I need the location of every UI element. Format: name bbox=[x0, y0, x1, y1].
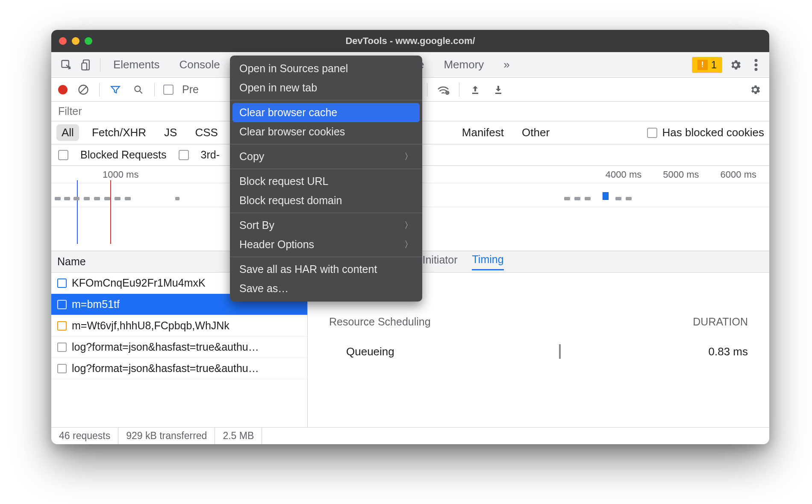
tick-3: 6000 ms bbox=[721, 169, 756, 180]
resource-scheduling-label: Resource Scheduling bbox=[329, 316, 431, 328]
blocked-requests-label: Blocked Requests bbox=[80, 149, 167, 161]
record-button[interactable] bbox=[58, 85, 68, 94]
window-title: DevTools - www.google.com/ bbox=[51, 35, 769, 47]
kebab-menu-icon[interactable] bbox=[749, 58, 763, 72]
divider bbox=[100, 58, 100, 72]
tick-1: 4000 ms bbox=[606, 169, 641, 180]
titlebar: DevTools - www.google.com/ bbox=[51, 30, 769, 52]
ctx-save-all-har[interactable]: Save all as HAR with content bbox=[230, 260, 422, 279]
ctx-clear-browser-cookies[interactable]: Clear browser cookies bbox=[230, 122, 422, 141]
load-marker bbox=[110, 180, 111, 244]
tick-0: 1000 ms bbox=[103, 169, 138, 180]
ctx-save-as[interactable]: Save as… bbox=[230, 279, 422, 298]
file-icon bbox=[57, 300, 67, 309]
status-bar: 46 requests 929 kB transferred 2.5 MB bbox=[51, 427, 769, 444]
request-row[interactable]: log?format=json&hasfast=true&authu… bbox=[51, 337, 307, 358]
third-party-label-fragment: 3rd- bbox=[201, 149, 220, 161]
network-settings-gear-icon[interactable] bbox=[748, 82, 762, 97]
svg-point-5 bbox=[755, 68, 758, 71]
timeline-current-marker bbox=[603, 192, 609, 200]
queueing-bar bbox=[559, 344, 561, 359]
network-conditions-icon[interactable] bbox=[436, 82, 450, 97]
svg-rect-9 bbox=[472, 93, 478, 94]
preserve-log-label: Pre bbox=[182, 83, 199, 96]
ctx-clear-browser-cache[interactable]: Clear browser cache bbox=[232, 103, 420, 122]
divider bbox=[427, 83, 427, 97]
ctx-header-options-label: Header Options bbox=[239, 238, 314, 251]
request-name: KFOmCnqEu92Fr1Mu4mxK bbox=[72, 277, 206, 289]
filter-funnel-icon[interactable] bbox=[108, 82, 123, 97]
type-manifest[interactable]: Manifest bbox=[457, 124, 509, 141]
type-all[interactable]: All bbox=[56, 124, 79, 141]
file-icon bbox=[57, 321, 67, 331]
download-har-icon[interactable] bbox=[491, 82, 506, 97]
tab-console[interactable]: Console bbox=[172, 53, 227, 76]
request-name: log?format=json&hasfast=true&authu… bbox=[72, 362, 259, 375]
type-js[interactable]: JS bbox=[159, 124, 182, 141]
blocked-requests-checkbox[interactable] bbox=[58, 150, 68, 160]
inspect-icon[interactable] bbox=[59, 58, 74, 72]
divider bbox=[154, 83, 155, 97]
has-blocked-cookies-label: Has blocked cookies bbox=[662, 126, 764, 139]
preserve-log-checkbox[interactable] bbox=[163, 85, 174, 95]
duration-header: DURATION bbox=[693, 316, 748, 328]
settings-gear-icon[interactable] bbox=[728, 58, 743, 72]
request-row[interactable]: m=Wt6vjf,hhhU8,FCpbqb,WhJNk bbox=[51, 315, 307, 337]
svg-point-4 bbox=[755, 63, 758, 66]
file-icon bbox=[57, 364, 67, 373]
ctx-separator bbox=[230, 169, 422, 169]
tabs-overflow[interactable]: » bbox=[497, 53, 516, 76]
status-requests: 46 requests bbox=[51, 428, 118, 444]
ctx-header-options[interactable]: Header Options 〉 bbox=[230, 235, 422, 254]
dtab-initiator[interactable]: Initiator bbox=[423, 254, 458, 270]
type-css[interactable]: CSS bbox=[190, 124, 223, 141]
warnings-badge[interactable]: ! 1 bbox=[692, 57, 722, 73]
queueing-value: 0.83 ms bbox=[680, 345, 748, 358]
type-fetch-xhr[interactable]: Fetch/XHR bbox=[87, 124, 151, 141]
chevron-right-icon: 〉 bbox=[404, 220, 413, 231]
status-transferred: 929 kB transferred bbox=[118, 428, 215, 444]
divider bbox=[99, 83, 100, 97]
file-icon bbox=[57, 343, 67, 352]
chevron-right-icon: 〉 bbox=[404, 151, 413, 162]
third-party-checkbox[interactable] bbox=[179, 150, 189, 160]
domcontentloaded-marker bbox=[77, 180, 78, 244]
ctx-block-request-domain[interactable]: Block request domain bbox=[230, 191, 422, 210]
request-row[interactable]: log?format=json&hasfast=true&authu… bbox=[51, 358, 307, 379]
ctx-copy[interactable]: Copy 〉 bbox=[230, 147, 422, 166]
warnings-count: 1 bbox=[711, 59, 717, 71]
context-menu: Open in Sources panel Open in new tab Cl… bbox=[230, 56, 422, 302]
has-blocked-cookies-checkbox[interactable] bbox=[647, 128, 657, 138]
tab-memory[interactable]: Memory bbox=[437, 53, 491, 76]
ctx-open-in-sources[interactable]: Open in Sources panel bbox=[230, 59, 422, 78]
tab-elements[interactable]: Elements bbox=[106, 53, 166, 76]
request-name: m=Wt6vjf,hhhU8,FCpbqb,WhJNk bbox=[72, 319, 229, 332]
ctx-sort-by[interactable]: Sort By 〉 bbox=[230, 216, 422, 235]
svg-rect-10 bbox=[495, 93, 501, 94]
ctx-separator bbox=[230, 213, 422, 213]
chevron-right-icon: 〉 bbox=[404, 239, 413, 250]
ctx-sort-by-label: Sort By bbox=[239, 219, 274, 231]
file-icon bbox=[57, 278, 67, 288]
ctx-separator bbox=[230, 100, 422, 100]
upload-har-icon[interactable] bbox=[468, 82, 482, 97]
divider bbox=[459, 83, 459, 97]
ctx-separator bbox=[230, 257, 422, 257]
status-resources: 2.5 MB bbox=[215, 428, 262, 444]
tick-2: 5000 ms bbox=[663, 169, 699, 180]
dtab-timing[interactable]: Timing bbox=[472, 253, 503, 270]
svg-point-3 bbox=[755, 59, 758, 62]
warning-icon: ! bbox=[697, 60, 708, 70]
ctx-open-in-new-tab[interactable]: Open in new tab bbox=[230, 78, 422, 97]
devtools-window: DevTools - www.google.com/ Elements Cons… bbox=[51, 30, 769, 444]
svg-rect-2 bbox=[82, 63, 87, 70]
svg-point-7 bbox=[135, 86, 140, 91]
search-icon[interactable] bbox=[131, 82, 146, 97]
ctx-copy-label: Copy bbox=[239, 150, 264, 163]
ctx-block-request-url[interactable]: Block request URL bbox=[230, 172, 422, 191]
device-toggle-icon[interactable] bbox=[79, 58, 94, 72]
clear-icon[interactable] bbox=[76, 82, 91, 97]
type-other[interactable]: Other bbox=[517, 124, 555, 141]
request-name: m=bm51tf bbox=[72, 298, 120, 311]
ctx-separator bbox=[230, 144, 422, 144]
